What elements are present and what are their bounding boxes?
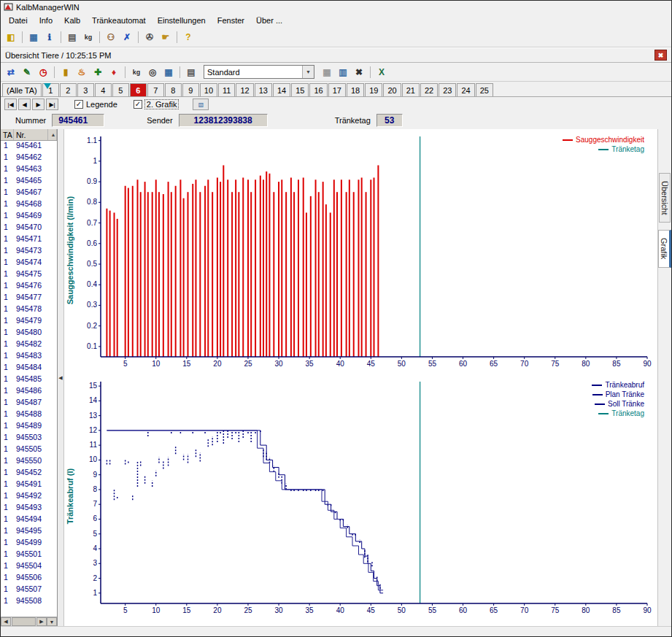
ta-tab-8[interactable]: 8 (165, 83, 182, 96)
table-row[interactable]: 1945477 (1, 293, 57, 304)
exit-icon[interactable]: ◧ (4, 30, 18, 45)
table-row[interactable]: 1945483 (1, 351, 57, 363)
next-button[interactable]: ▶ (32, 99, 45, 110)
overview-grid-icon[interactable]: ▦ (26, 30, 41, 45)
ta-tab-22[interactable]: 22 (420, 83, 438, 96)
scroll-right-icon[interactable]: ▶ (36, 617, 47, 626)
table-row[interactable]: 1945476 (1, 281, 57, 293)
table-row[interactable]: 1945469 (1, 211, 57, 223)
ta-tab-17[interactable]: 17 (328, 83, 346, 96)
ta-tab-2[interactable]: 2 (60, 83, 77, 96)
table-row[interactable]: 1945487 (1, 398, 57, 409)
info-icon[interactable]: ℹ (42, 30, 57, 45)
ta-tab-1[interactable]: 1 (42, 83, 59, 96)
ta-tab-4[interactable]: 4 (95, 83, 112, 96)
table-row[interactable]: 1945463 (1, 164, 57, 176)
ta-tab-12[interactable]: 12 (236, 83, 253, 96)
table-row[interactable]: 1945506 (1, 573, 57, 584)
ta-tab-9[interactable]: 9 (182, 83, 199, 96)
table-row[interactable]: 1945480 (1, 328, 57, 339)
table-row[interactable]: 1945468 (1, 199, 57, 211)
weight-kg-icon[interactable]: kg (129, 65, 144, 80)
table-row[interactable]: 1945482 (1, 339, 57, 351)
col-nr[interactable]: Nr. (14, 129, 48, 140)
table-row[interactable]: 1945492 (1, 491, 57, 503)
table-row[interactable]: 1945470 (1, 223, 57, 234)
second-graph-checkbox[interactable]: ✓ 2. Grafik (134, 100, 179, 109)
herd-icon[interactable]: ⚇ (104, 30, 118, 45)
table-row[interactable]: 1945508 (1, 596, 57, 608)
table-row[interactable]: 1945461 (1, 141, 57, 153)
ta-tab-7[interactable]: 7 (147, 83, 164, 96)
last-button[interactable]: ▶| (46, 99, 58, 110)
sort-asc-icon[interactable]: ▲ (48, 129, 57, 140)
ta-tab-21[interactable]: 21 (402, 83, 420, 96)
menu-item-kalb[interactable]: Kalb (58, 15, 86, 26)
add-icon[interactable]: ✚ (90, 65, 105, 80)
ta-tab-25[interactable]: 25 (476, 83, 493, 96)
ta-tab-15[interactable]: 15 (291, 83, 309, 96)
menu-item-fenster[interactable]: Fenster (212, 15, 250, 26)
table-row[interactable]: 1945475 (1, 269, 57, 281)
table-row[interactable]: 1945507 (1, 584, 57, 596)
prev-button[interactable]: ◀ (18, 99, 31, 110)
clear-icon[interactable]: ✖ (352, 65, 366, 80)
edit-icon[interactable]: ✎ (20, 65, 34, 80)
weight-kg-icon[interactable]: kg (81, 30, 96, 45)
table-row[interactable]: 1945493 (1, 503, 57, 514)
table-row[interactable]: 1945491 (1, 479, 57, 491)
table-row[interactable]: 1945473 (1, 246, 57, 258)
checkbox-check-icon[interactable]: ✓ (134, 100, 142, 109)
table-row[interactable]: 1945550 (1, 456, 57, 468)
ta-tab-23[interactable]: 23 (439, 83, 456, 96)
table-row[interactable]: 1945465 (1, 176, 57, 188)
alarm-clock-icon[interactable]: ◷ (36, 65, 50, 80)
checkbox-check-icon[interactable]: ✓ (74, 100, 83, 109)
menu-item-einstellungen[interactable]: Einstellungen (152, 15, 212, 26)
export-icon[interactable]: ▥ (336, 65, 350, 80)
table-row[interactable]: 1945505 (1, 444, 57, 456)
table-row[interactable]: 1945499 (1, 538, 57, 549)
hourglass-icon[interactable]: ✗ (120, 30, 134, 45)
ta-tab-3[interactable]: 3 (77, 83, 94, 96)
scrollbar-thumb[interactable] (12, 617, 36, 626)
ta-tab-6[interactable]: 6 (130, 83, 147, 96)
table-row[interactable]: 1945479 (1, 316, 57, 328)
excel-icon[interactable]: X (374, 65, 389, 80)
chart-settings-icon[interactable]: ▧ (193, 99, 209, 110)
ta-tab-14[interactable]: 14 (273, 83, 290, 96)
ta-tab-16[interactable]: 16 (309, 83, 327, 96)
ta-tab-13[interactable]: 13 (255, 83, 272, 96)
menu-item-datei[interactable]: Datei (3, 15, 34, 26)
table-row[interactable]: 1945467 (1, 188, 57, 199)
transport-icon[interactable]: ♦ (107, 65, 121, 80)
print-icon[interactable]: ▤ (184, 65, 198, 80)
preset-select[interactable]: Standard ▼ (204, 65, 314, 79)
tab-grafik[interactable]: Grafik (658, 230, 671, 267)
menu-item-tr-nkeautomat[interactable]: Tränkeautomat (86, 15, 152, 26)
first-button[interactable]: |◀ (4, 99, 17, 110)
tab-uebersicht[interactable]: Übersicht (659, 173, 671, 223)
hand-icon[interactable]: ☛ (158, 30, 173, 45)
binoculars-icon[interactable]: ◎ (145, 65, 160, 80)
table-row[interactable]: 1945501 (1, 549, 57, 561)
table-row[interactable]: 1945494 (1, 514, 57, 526)
table-row[interactable]: 1945504 (1, 561, 57, 573)
assign-icon[interactable]: ⇄ (4, 65, 18, 80)
table-row[interactable]: 1945485 (1, 374, 57, 386)
calendar-icon[interactable]: ▦ (161, 65, 176, 80)
close-icon[interactable]: ✖ (654, 50, 667, 61)
scroll-down-icon[interactable]: ▼ (47, 617, 57, 626)
grid-icon[interactable]: ▦ (320, 65, 334, 80)
table-row[interactable]: 1945478 (1, 304, 57, 316)
table-row[interactable]: 1945503 (1, 433, 57, 444)
table-hscrollbar[interactable]: ◀ ▶ ▼ (1, 617, 57, 626)
legende-checkbox[interactable]: ✓ Legende (74, 100, 117, 109)
ta-tab-alle-ta[interactable]: (Alle TA) (2, 83, 42, 96)
scroll-left-icon[interactable]: ◀ (1, 617, 11, 626)
ta-tab-10[interactable]: 10 (200, 83, 217, 96)
ta-tab-24[interactable]: 24 (457, 83, 474, 96)
attachment-icon[interactable]: ✇ (142, 30, 157, 45)
ta-tab-19[interactable]: 19 (365, 83, 382, 96)
table-row[interactable]: 1945486 (1, 386, 57, 398)
